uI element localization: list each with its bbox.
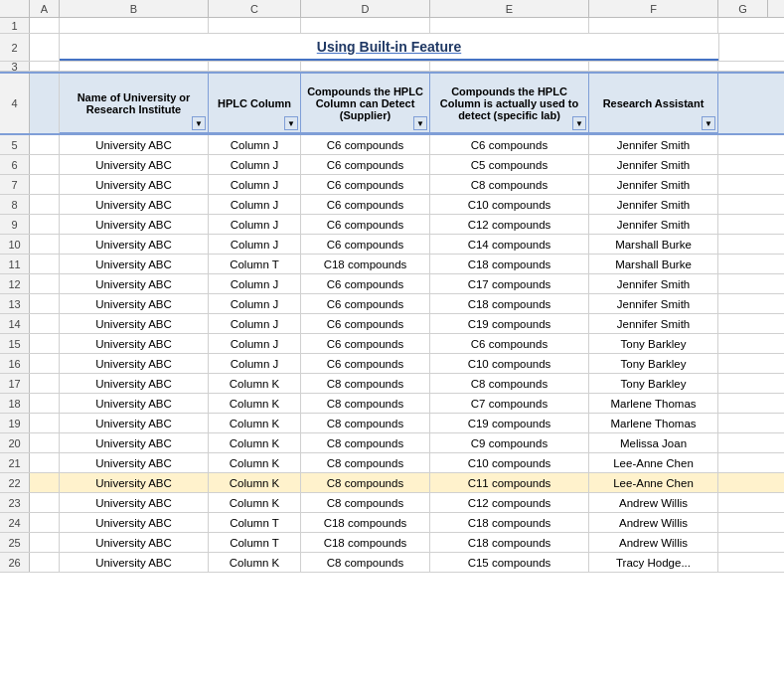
cell-9b: University ABC [60,215,209,234]
cell-16e: C10 compounds [430,354,589,373]
row-16: 16 University ABC Column J C6 compounds … [0,354,784,374]
cell-15d: C6 compounds [301,334,430,353]
rownum-3: 3 [0,62,30,71]
cell-16f: Tony Barkley [589,354,718,373]
row-11: 11 University ABC Column T C18 compounds… [0,255,784,274]
cell-24e: C18 compounds [430,513,589,532]
row-9: 9 University ABC Column J C6 compounds C… [0,215,784,235]
cell-16c: Column J [209,354,301,373]
header-compounds-lab: Compounds the HPLC Column is actually us… [430,74,589,133]
row-21: 21 University ABC Column K C8 compounds … [0,453,784,473]
cell-21c: Column K [209,453,301,472]
cell-3f [589,62,718,71]
cell-15e: C6 compounds [430,334,589,353]
cell-25g [718,533,768,552]
cell-11d: C18 compounds [301,255,430,273]
row-8: 8 University ABC Column J C6 compounds C… [0,195,784,215]
cell-23c: Column K [209,493,301,512]
rownum-20: 20 [0,433,30,452]
cell-12e: C17 compounds [430,274,589,293]
filter-dropdown-f[interactable]: ▼ [702,116,715,130]
cell-25c: Column T [209,533,301,552]
row-10: 10 University ABC Column J C6 compounds … [0,235,784,255]
cell-13b: University ABC [60,294,209,313]
row-25: 25 University ABC Column T C18 compounds… [0,533,784,553]
col-header-d: D [301,0,430,17]
rownum-10: 10 [0,235,30,254]
cell-9a [30,215,60,234]
cell-10d: C6 compounds [301,235,430,254]
cell-5a [30,135,60,154]
cell-8f: Jennifer Smith [589,195,718,214]
cell-24g [718,513,768,532]
cell-26c: Column K [209,553,301,572]
cell-18g [718,394,768,413]
cell-10g [718,235,768,254]
cell-15b: University ABC [60,334,209,353]
cell-12b: University ABC [60,274,209,293]
cell-1a [30,18,60,33]
cell-19a [30,414,60,432]
rownum-14: 14 [0,314,30,333]
filter-dropdown-d[interactable]: ▼ [413,116,427,130]
cell-26b: University ABC [60,553,209,572]
cell-17g [718,374,768,393]
cell-26f: Tracy Hodge... [589,553,718,572]
cell-14d: C6 compounds [301,314,430,333]
rownum-8: 8 [0,195,30,214]
header-research-assistant: Research Assistant ▼ [589,74,718,133]
cell-15f: Tony Barkley [589,334,718,353]
cell-21a [30,453,60,472]
filter-dropdown-c[interactable]: ▼ [284,116,298,130]
rownum-16: 16 [0,354,30,373]
cell-12c: Column J [209,274,301,293]
cell-1d [301,18,430,33]
col-header-b: B [60,0,209,17]
rownum-5: 5 [0,135,30,154]
cell-13c: Column J [209,294,301,313]
cell-14a [30,314,60,333]
cell-8g [718,195,768,214]
col-header-c: C [209,0,301,17]
cell-19b: University ABC [60,414,209,432]
cell-10b: University ABC [60,235,209,254]
filter-dropdown-e[interactable]: ▼ [572,116,586,130]
cell-10e: C14 compounds [430,235,589,254]
cell-24c: Column T [209,513,301,532]
cell-20b: University ABC [60,433,209,452]
cell-11b: University ABC [60,255,209,273]
header-hplc-column: HPLC Column ▼ [209,74,301,133]
cell-8e: C10 compounds [430,195,589,214]
cell-6d: C6 compounds [301,155,430,174]
cell-16b: University ABC [60,354,209,373]
cell-1b [60,18,209,33]
col-header-e: E [430,0,589,17]
cell-1e [430,18,589,33]
cell-22a [30,473,60,492]
filter-dropdown-b[interactable]: ▼ [192,116,206,130]
cell-10c: Column J [209,235,301,254]
rownum-2: 2 [0,34,30,61]
rownum-1: 1 [0,18,30,33]
cell-19f: Marlene Thomas [589,414,718,432]
cell-3b [60,62,209,71]
cell-1g [718,18,768,33]
row-13: 13 University ABC Column J C6 compounds … [0,294,784,314]
cell-3e [430,62,589,71]
cell-8a [30,195,60,214]
cell-22f: Lee-Anne Chen [589,473,718,492]
cell-19g [718,414,768,432]
col-header-a: A [30,0,60,17]
rownum-4: 4 [0,74,30,133]
cell-18d: C8 compounds [301,394,430,413]
row-19: 19 University ABC Column K C8 compounds … [0,414,784,433]
cell-8c: Column J [209,195,301,214]
cell-12d: C6 compounds [301,274,430,293]
rownum-12: 12 [0,274,30,293]
cell-7g [718,175,768,194]
cell-24b: University ABC [60,513,209,532]
row-18: 18 University ABC Column K C8 compounds … [0,394,784,414]
cell-1f [589,18,718,33]
rownum-25: 25 [0,533,30,552]
cell-17c: Column K [209,374,301,393]
